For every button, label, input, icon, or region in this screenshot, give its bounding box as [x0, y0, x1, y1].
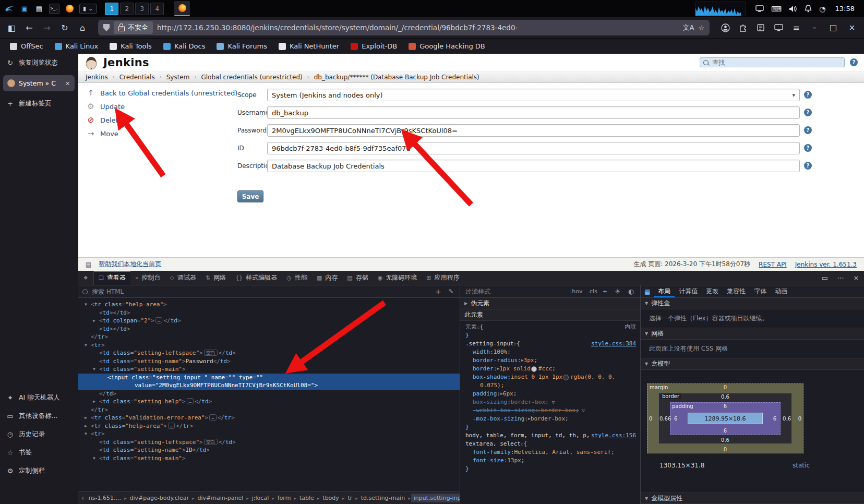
- notification-bell-icon[interactable]: [805, 5, 812, 13]
- css-rule-line[interactable]: 0.075);: [460, 381, 640, 390]
- markup-line[interactable]: </tr>: [78, 406, 460, 414]
- css-rule-line[interactable]: }: [460, 465, 640, 473]
- breadcrumb-item[interactable]: db_backup/****** (Database Backup Job Cr…: [314, 74, 479, 81]
- devtools-tab-2[interactable]: »控制台: [130, 271, 165, 285]
- markup-line[interactable]: <td></td>: [78, 325, 460, 333]
- security-badge[interactable]: 不安全: [114, 21, 153, 34]
- markup-line[interactable]: ▼<tr>: [78, 341, 460, 350]
- rules-toggle-button[interactable]: .cls: [585, 288, 599, 295]
- forward-button[interactable]: →: [39, 20, 55, 35]
- node-breadcrumb-item[interactable]: form: [275, 494, 294, 502]
- devtools-tab-9[interactable]: ◉无障碍环境: [373, 271, 422, 285]
- markup-line[interactable]: <td class="setting-leftspace">空白</td>: [78, 349, 460, 357]
- layout-tab-2[interactable]: 计算值: [675, 285, 702, 297]
- devtools-more-icon[interactable]: ⋯: [833, 271, 848, 285]
- css-rule-line[interactable]: padding: ▶ 6px;: [460, 390, 640, 398]
- markup-line[interactable]: value="2M0vgELkx9OMFTP8UCoNNneTI7CVjBr9s…: [78, 381, 460, 390]
- firefox-app-icon[interactable]: [65, 4, 74, 14]
- css-rule-line[interactable]: -webkit-box-sizing: ▶ border-box;▽: [460, 406, 640, 415]
- devtools-tab-1[interactable]: ❏查看器: [94, 271, 130, 285]
- markup-line[interactable]: </td>: [78, 390, 460, 398]
- node-breadcrumb-item[interactable]: input.setting-input.: [411, 494, 460, 502]
- menu-button[interactable]: ≡: [788, 20, 805, 35]
- devtools-tab-8[interactable]: ▤存储: [342, 271, 373, 285]
- devtools-tab-4[interactable]: ⇅网络: [201, 271, 231, 285]
- localize-link[interactable]: 帮助我们本地化当前页: [99, 260, 161, 269]
- workspace-button[interactable]: 2: [120, 3, 134, 15]
- node-breadcrumb-item[interactable]: tbody: [320, 494, 342, 502]
- edit-node-icon[interactable]: ✎: [447, 288, 455, 295]
- screen-share-icon[interactable]: [770, 20, 787, 35]
- box-model-properties-header[interactable]: ▼ 盒模型属性: [641, 493, 864, 504]
- bookmark-item[interactable]: Exploit-DB: [346, 41, 402, 52]
- markup-line[interactable]: <td class="setting-name">Password</td>: [78, 357, 460, 366]
- grid-section-header[interactable]: ▼ 网格: [641, 328, 864, 340]
- breadcrumb-item[interactable]: System: [166, 74, 190, 81]
- responsive-mode-icon[interactable]: ▭: [817, 271, 833, 285]
- pseudo-elements-header[interactable]: ▶ 伪元素: [460, 298, 640, 309]
- css-rule-line[interactable]: width: 100%;: [460, 348, 640, 356]
- layout-tab-3[interactable]: 更改: [702, 285, 723, 297]
- field-help-icon[interactable]: ?: [804, 126, 812, 134]
- workspace-button[interactable]: 4: [150, 3, 164, 15]
- breadcrumb-item[interactable]: Jenkins: [86, 74, 108, 81]
- volume-icon[interactable]: [789, 5, 797, 13]
- css-rule-line[interactable]: box-sizing: border-box;▽: [460, 398, 640, 406]
- devtools-tab-10[interactable]: ⊞应用程序: [422, 271, 464, 285]
- account-icon[interactable]: [717, 20, 734, 35]
- bookmark-item[interactable]: Kali Linux: [50, 41, 103, 52]
- flexbox-section-header[interactable]: ▼ 弹性盒: [641, 298, 864, 309]
- window-app-icon[interactable]: ▣: [20, 4, 29, 14]
- expand-arrow-icon[interactable]: ▶: [85, 414, 91, 422]
- markup-line[interactable]: <td></td>: [78, 309, 460, 317]
- sidebar-tool-item[interactable]: ⚙定制侧栏: [0, 462, 78, 480]
- active-window-firefox[interactable]: [174, 1, 190, 16]
- kali-logo-icon[interactable]: [4, 4, 15, 14]
- bookmark-item[interactable]: OffSec: [5, 41, 48, 52]
- extensions-icon[interactable]: [735, 20, 751, 35]
- sidebar-tool-item[interactable]: ◷历史记录: [0, 425, 78, 443]
- node-breadcrumb-item[interactable]: td.setting-main: [358, 494, 407, 502]
- filter-styles-input[interactable]: [464, 287, 565, 296]
- terminal-selector[interactable]: ▮ ⌄: [79, 4, 97, 14]
- markup-line[interactable]: <td class="setting-leftspace">空白</td>: [78, 438, 460, 447]
- devtools-close-icon[interactable]: ×: [848, 271, 864, 285]
- workspace-button[interactable]: 1: [105, 3, 118, 15]
- expand-arrow-icon[interactable]: ▼: [93, 365, 99, 374]
- markup-line[interactable]: </tr>: [78, 333, 460, 341]
- bookmark-item[interactable]: Kali Forums: [212, 41, 272, 52]
- devtools-tab-3[interactable]: ◇调试器: [165, 271, 201, 285]
- library-icon[interactable]: [752, 20, 769, 35]
- keyboard-icon[interactable]: ⌨: [771, 5, 782, 13]
- task-menu-item[interactable]: ⚙Update: [86, 100, 242, 113]
- close-button[interactable]: ×: [843, 20, 861, 35]
- new-tab-item[interactable]: + 新建标签页: [0, 94, 78, 113]
- markup-line[interactable]: ▶<tr class="validation-error-area">…</tr…: [78, 414, 460, 422]
- breadcrumb-item[interactable]: Global credentials (unrestricted): [201, 74, 302, 81]
- expand-arrow-icon[interactable]: ▼: [85, 430, 91, 438]
- home-button[interactable]: ⌂: [74, 20, 91, 35]
- search-input[interactable]: [711, 58, 841, 67]
- scroll-left-icon[interactable]: ‹: [80, 495, 86, 502]
- password-field[interactable]: 2M0vgELkx9OMFTP8UCoNNneTI7CVjBr9sKSCtKoU…: [267, 124, 800, 137]
- bookmark-item[interactable]: Kali Tools: [105, 41, 157, 52]
- markup-line[interactable]: ▶<td class="setting-help">…</td>: [78, 398, 460, 406]
- markup-line[interactable]: <td class="setting-name">ID</td>: [78, 446, 460, 454]
- username-field[interactable]: db_backup: [267, 106, 800, 119]
- markup-line[interactable]: ▼<tr>: [78, 430, 460, 438]
- node-breadcrumb-item[interactable]: j:local: [249, 494, 271, 502]
- maximize-button[interactable]: □: [824, 20, 842, 35]
- box-model-section-header[interactable]: ▼ 盒模型: [641, 358, 864, 370]
- expand-arrow-icon[interactable]: ▶: [93, 317, 99, 325]
- task-menu-item[interactable]: →Move: [86, 127, 242, 140]
- css-rule-line[interactable]: 元素 ▫ {内联: [460, 323, 640, 331]
- node-breadcrumb-item[interactable]: div#page-body.clear: [127, 494, 191, 502]
- tab-close-icon[interactable]: ×: [65, 79, 70, 87]
- scope-select[interactable]: System (Jenkins and nodes only)▾: [267, 89, 800, 101]
- layout-tab-1[interactable]: 布局: [654, 285, 675, 297]
- breadcrumb-item[interactable]: Credentials: [119, 74, 155, 81]
- files-app-icon[interactable]: ▤: [34, 4, 44, 14]
- node-breadcrumb-item[interactable]: ns-1.651....: [86, 494, 124, 502]
- box-model-diagram[interactable]: 1289.95×18.6 margin border padding 00.66…: [647, 383, 803, 453]
- field-help-icon[interactable]: ?: [804, 91, 812, 99]
